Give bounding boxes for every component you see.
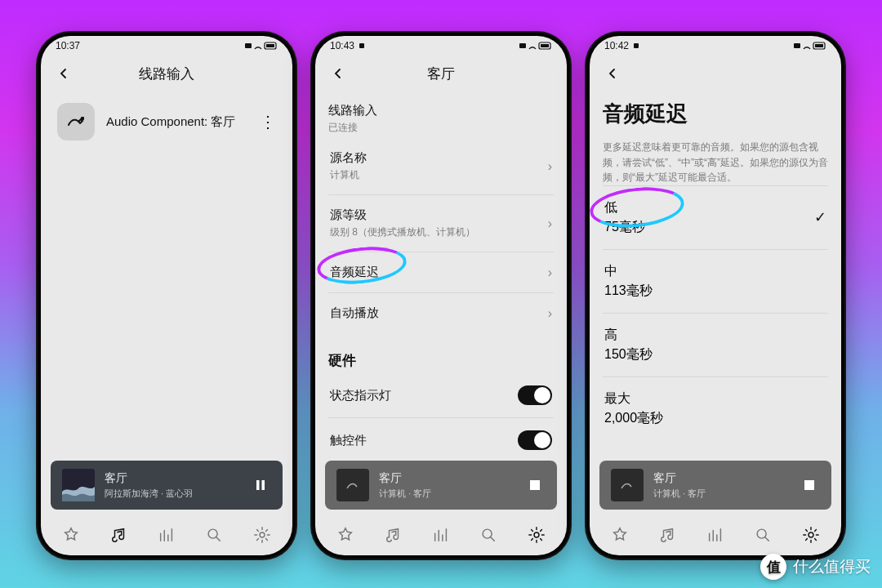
tab-search[interactable] xyxy=(472,519,505,551)
row-source-level[interactable]: 源等级级别 8（便携式播放机、计算机） › xyxy=(328,194,554,252)
svg-rect-15 xyxy=(794,43,800,48)
option-mid[interactable]: 中113毫秒 xyxy=(603,249,828,313)
check-icon: ✓ xyxy=(814,208,826,226)
tab-search[interactable] xyxy=(746,519,779,551)
chevron-right-icon: › xyxy=(548,216,552,231)
player-room: 客厅 xyxy=(653,471,789,486)
svg-rect-12 xyxy=(530,480,540,490)
status-time: 10:42 xyxy=(604,40,629,51)
tab-settings[interactable] xyxy=(795,519,827,551)
tab-search[interactable] xyxy=(198,519,230,551)
line-in-device-row[interactable]: Audio Component: 客厅 ⋮ xyxy=(54,96,279,147)
tab-music[interactable] xyxy=(377,519,410,551)
stop-button[interactable] xyxy=(524,479,546,491)
status-icons xyxy=(794,41,826,51)
line-in-icon xyxy=(57,103,95,140)
status-indicator-icon xyxy=(359,43,364,48)
row-touch-controls[interactable]: 触控件 xyxy=(328,417,554,461)
row-status-led[interactable]: 状态指示灯 xyxy=(328,373,554,417)
status-indicator-icon xyxy=(634,43,639,48)
mini-player[interactable]: 客厅 阿拉斯加海湾 · 蓝心羽 xyxy=(51,461,283,510)
mini-player[interactable]: 客厅 计算机 · 客厅 xyxy=(325,461,557,510)
row-source-name[interactable]: 源名称计算机 › xyxy=(328,138,554,194)
player-track: 计算机 · 客厅 xyxy=(653,488,789,500)
row-audio-delay[interactable]: 音频延迟 › xyxy=(328,252,554,292)
section-heading: 线路输入 xyxy=(328,103,554,118)
tab-favorites[interactable] xyxy=(604,519,636,551)
tab-bar xyxy=(590,514,841,555)
status-time: 10:37 xyxy=(56,40,80,51)
status-icons xyxy=(245,41,278,51)
player-room: 客厅 xyxy=(105,471,240,486)
svg-rect-18 xyxy=(804,480,814,490)
status-bar: 10:37 xyxy=(41,36,292,56)
tab-rooms[interactable] xyxy=(150,519,183,551)
toggle-touch-controls[interactable] xyxy=(518,430,552,450)
toggle-status-led[interactable] xyxy=(518,385,552,405)
tab-rooms[interactable] xyxy=(425,519,457,551)
player-room: 客厅 xyxy=(379,471,514,486)
page-description: 更多延迟意味着更可靠的音频。如果您的源包含视频，请尝试“低”、“中”或“高”延迟… xyxy=(603,140,828,185)
svg-rect-5 xyxy=(256,480,260,490)
page-heading: 音频延迟 xyxy=(603,100,828,128)
tab-favorites[interactable] xyxy=(329,519,362,551)
stop-button[interactable] xyxy=(799,479,820,491)
svg-rect-11 xyxy=(541,44,549,47)
device-label: Audio Component: 客厅 xyxy=(106,114,248,130)
page-title: 客厅 xyxy=(315,65,567,83)
status-bar: 10:42 xyxy=(590,36,841,56)
mini-player[interactable]: 客厅 计算机 · 客厅 xyxy=(599,461,831,510)
back-button[interactable] xyxy=(601,62,624,85)
pause-button[interactable] xyxy=(250,479,271,492)
title-bar: 线路输入 xyxy=(41,56,292,91)
svg-point-20 xyxy=(808,532,813,537)
tab-bar xyxy=(41,514,292,555)
svg-rect-0 xyxy=(245,43,252,48)
chevron-right-icon: › xyxy=(548,159,552,174)
svg-rect-3 xyxy=(81,117,84,120)
album-art xyxy=(611,469,644,501)
svg-rect-2 xyxy=(266,44,274,47)
option-max[interactable]: 最大2,000毫秒 xyxy=(603,376,828,440)
svg-rect-17 xyxy=(815,44,823,47)
album-art xyxy=(336,469,369,501)
tab-settings[interactable] xyxy=(246,519,278,551)
watermark: 值 什么值得买 xyxy=(760,554,871,580)
tab-settings[interactable] xyxy=(520,519,553,551)
status-time: 10:43 xyxy=(330,40,354,51)
title-bar xyxy=(590,56,841,91)
chevron-right-icon: › xyxy=(548,306,552,321)
status-icons xyxy=(519,41,552,51)
phone-2: 10:43 客厅 线路输入 已连接 源名称计算机 › 源等级级别 8（便携式播放… xyxy=(310,31,572,560)
option-high[interactable]: 高150毫秒 xyxy=(603,313,828,376)
chevron-right-icon: › xyxy=(548,265,552,280)
more-icon[interactable]: ⋮ xyxy=(260,118,276,126)
tab-bar xyxy=(315,514,567,555)
status-bar: 10:43 xyxy=(315,36,567,56)
phone-1: 10:37 线路输入 Audio Component: 客厅 ⋮ xyxy=(36,31,297,560)
album-art xyxy=(62,469,95,501)
section-sub: 已连接 xyxy=(328,121,554,135)
tab-music[interactable] xyxy=(103,519,136,551)
back-button[interactable] xyxy=(52,62,75,85)
option-low[interactable]: 低75毫秒 ✓ xyxy=(603,185,828,249)
player-track: 计算机 · 客厅 xyxy=(379,488,514,500)
back-button[interactable] xyxy=(327,62,350,85)
watermark-text: 什么值得买 xyxy=(793,556,871,577)
player-track: 阿拉斯加海湾 · 蓝心羽 xyxy=(105,488,240,500)
tab-favorites[interactable] xyxy=(55,519,87,551)
svg-point-14 xyxy=(534,532,539,537)
tab-rooms[interactable] xyxy=(699,519,732,551)
page-title: 线路输入 xyxy=(41,65,292,83)
svg-point-8 xyxy=(260,532,265,537)
svg-rect-6 xyxy=(262,480,265,490)
watermark-badge: 值 xyxy=(760,554,786,580)
row-autoplay[interactable]: 自动播放 › xyxy=(328,292,554,333)
tab-music[interactable] xyxy=(652,519,684,551)
title-bar: 客厅 xyxy=(315,56,567,91)
phone-3: 10:42 音频延迟 更多延迟意味着更可靠的音频。如果您的源包含视频，请尝试“低… xyxy=(585,31,846,560)
hardware-heading: 硬件 xyxy=(328,351,554,370)
svg-rect-9 xyxy=(519,43,526,48)
